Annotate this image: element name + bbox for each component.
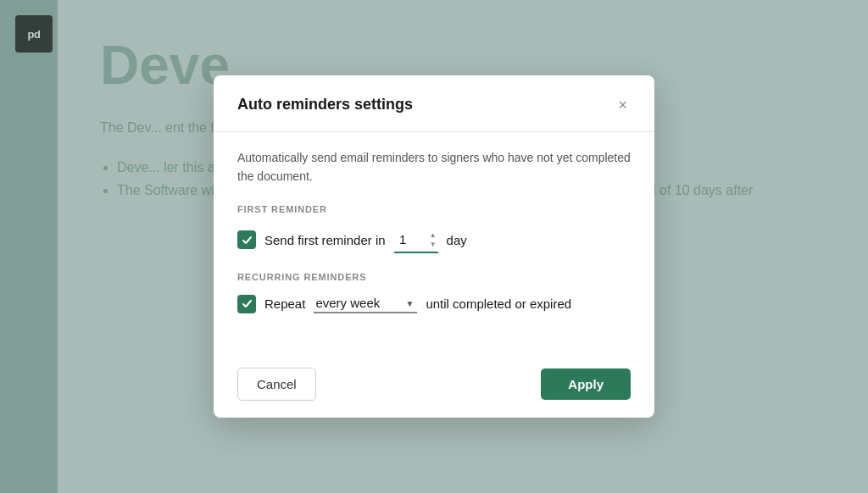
recurring-section: RECURRING REMINDERS Repeat every day	[237, 272, 631, 313]
number-spinners: ▲ ▼	[430, 231, 437, 249]
cancel-button[interactable]: Cancel	[237, 368, 316, 401]
first-reminder-checkbox-wrapper[interactable]	[237, 230, 256, 249]
apply-button[interactable]: Apply	[541, 368, 631, 400]
auto-reminders-modal: Auto reminders settings × Automatically …	[214, 75, 654, 418]
modal-footer: Cancel Apply	[214, 354, 654, 418]
close-button[interactable]: ×	[615, 94, 631, 116]
first-reminder-row: Send first reminder in ▲ ▼ day	[237, 226, 631, 253]
recurring-section-label: RECURRING REMINDERS	[237, 272, 631, 282]
recurring-checkbox[interactable]	[237, 295, 256, 313]
spinner-up[interactable]: ▲	[430, 231, 437, 240]
first-reminder-section-label: FIRST REMINDER	[237, 204, 631, 214]
recurring-text-after: until completed or expired	[426, 296, 571, 311]
first-reminder-text-after: day	[447, 233, 467, 247]
first-reminder-checkbox[interactable]	[237, 230, 256, 249]
days-input-wrapper: ▲ ▼	[394, 226, 438, 253]
recurring-text-before: Repeat	[264, 296, 305, 311]
modal-overlay: Auto reminders settings × Automatically …	[0, 0, 868, 493]
repeat-select-wrapper: every day every week every 2 weeks every…	[314, 294, 417, 313]
modal-title: Auto reminders settings	[237, 96, 413, 114]
modal-description: Automatically send email reminders to si…	[237, 149, 631, 186]
modal-body: Automatically send email reminders to si…	[214, 132, 654, 354]
spinner-down[interactable]: ▼	[430, 241, 437, 249]
recurring-reminder-row: Repeat every day every week every 2 week…	[237, 294, 631, 313]
modal-header: Auto reminders settings ×	[214, 75, 654, 132]
repeat-select[interactable]: every day every week every 2 weeks every…	[314, 294, 417, 313]
recurring-checkbox-wrapper[interactable]	[237, 295, 256, 313]
first-reminder-text-before: Send first reminder in	[264, 233, 386, 247]
